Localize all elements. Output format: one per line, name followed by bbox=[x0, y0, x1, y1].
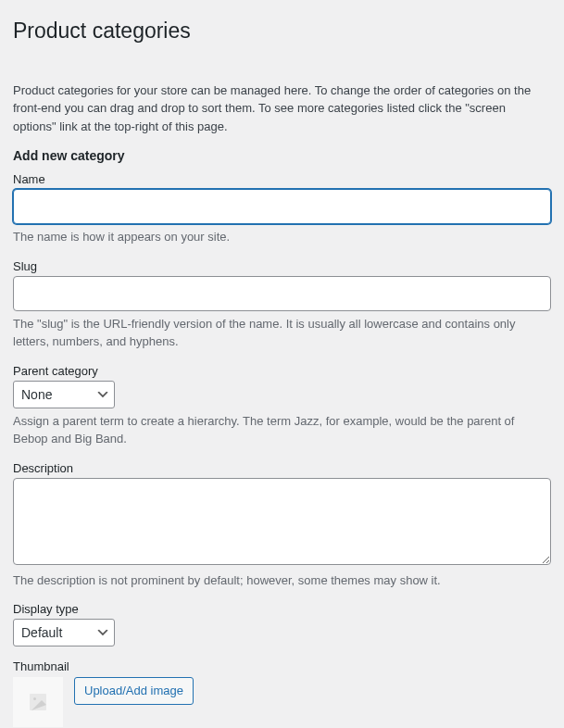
display-type-field-wrapper: Display type Default bbox=[13, 602, 551, 646]
display-type-select[interactable]: Default bbox=[13, 619, 115, 646]
slug-field-wrapper: Slug The "slug" is the URL-friendly vers… bbox=[13, 259, 551, 351]
name-input[interactable] bbox=[13, 189, 551, 224]
display-type-label: Display type bbox=[13, 602, 551, 616]
description-textarea[interactable] bbox=[13, 478, 551, 565]
name-help: The name is how it appears on your site. bbox=[13, 228, 551, 246]
intro-text: Product categories for your store can be… bbox=[13, 82, 551, 136]
upload-image-button[interactable]: Upload/Add image bbox=[74, 677, 194, 705]
name-field-wrapper: Name The name is how it appears on your … bbox=[13, 172, 551, 246]
description-help: The description is not prominent by defa… bbox=[13, 571, 551, 590]
parent-field-wrapper: Parent category None Assign a parent ter… bbox=[13, 364, 551, 448]
name-label: Name bbox=[13, 172, 551, 186]
page-title: Product categories bbox=[13, 9, 551, 49]
thumbnail-label: Thumbnail bbox=[13, 659, 551, 673]
slug-input[interactable] bbox=[13, 276, 551, 311]
thumbnail-placeholder bbox=[13, 677, 63, 727]
description-label: Description bbox=[13, 461, 551, 475]
parent-help: Assign a parent term to create a hierarc… bbox=[13, 412, 551, 448]
image-placeholder-icon bbox=[27, 691, 49, 713]
parent-select[interactable]: None bbox=[13, 381, 115, 408]
thumbnail-field-wrapper: Thumbnail Upload/Add image bbox=[13, 659, 551, 727]
form-heading: Add new category bbox=[13, 148, 551, 163]
svg-point-1 bbox=[33, 697, 36, 700]
parent-label: Parent category bbox=[13, 364, 551, 378]
slug-label: Slug bbox=[13, 259, 551, 273]
description-field-wrapper: Description The description is not promi… bbox=[13, 461, 551, 590]
slug-help: The "slug" is the URL-friendly version o… bbox=[13, 315, 551, 351]
